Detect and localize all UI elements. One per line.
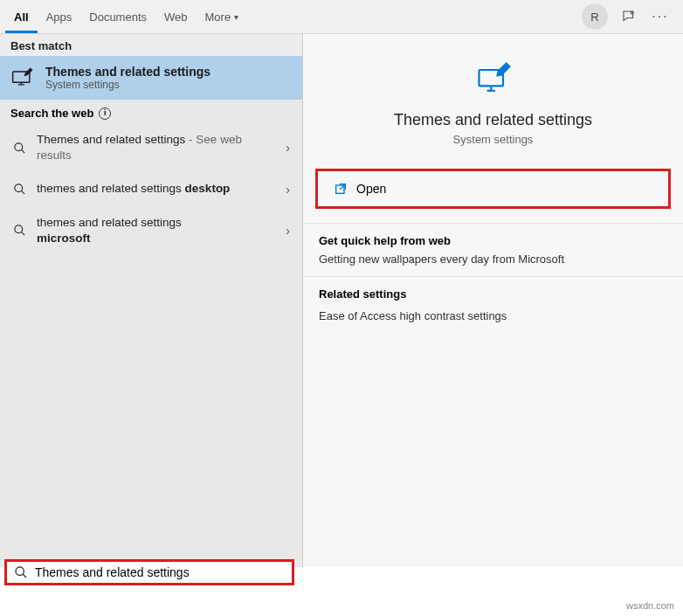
web-result-2[interactable]: themes and related settings microsoft ›	[0, 206, 302, 255]
tab-apps[interactable]: Apps	[38, 0, 81, 33]
best-match-title: Themes and related settings	[45, 65, 210, 79]
chevron-right-icon[interactable]: ›	[282, 183, 293, 197]
tabs-right: R ···	[582, 3, 678, 30]
svg-point-4	[14, 225, 22, 233]
svg-point-2	[14, 143, 22, 151]
watermark: wsxdn.com	[626, 600, 674, 611]
open-button[interactable]: Open	[315, 169, 671, 209]
preview-header: Themes and related settings System setti…	[303, 34, 683, 155]
tab-web[interactable]: Web	[155, 0, 197, 33]
quick-help-header: Get quick help from web	[319, 234, 667, 247]
results-pane: Best match Themes and related settings S…	[0, 34, 303, 567]
svg-point-3	[14, 184, 22, 192]
info-icon[interactable]: i	[99, 107, 111, 120]
best-match-text: Themes and related settings System setti…	[45, 65, 210, 91]
top-tabs: All Apps Documents Web More ▾ R ···	[0, 0, 683, 34]
search-icon	[14, 565, 28, 579]
themes-icon	[10, 66, 35, 90]
related-section: Related settings Ease of Access high con…	[303, 276, 683, 336]
related-link[interactable]: Ease of Access high contrast settings	[319, 306, 667, 326]
tab-more[interactable]: More ▾	[197, 0, 248, 33]
search-web-label: Search the web	[10, 107, 93, 120]
related-header: Related settings	[319, 287, 667, 301]
tab-more-label: More	[205, 10, 231, 24]
preview-pane: Themes and related settings System setti…	[303, 34, 683, 567]
tab-all[interactable]: All	[5, 0, 38, 33]
search-input[interactable]	[35, 565, 285, 579]
open-icon	[334, 182, 348, 196]
svg-point-7	[16, 567, 24, 575]
search-icon	[10, 224, 28, 237]
search-icon	[10, 142, 28, 155]
web-result-text: Themes and related settings - See web re…	[37, 132, 273, 163]
best-match-subtitle: System settings	[45, 79, 210, 91]
web-result-0[interactable]: Themes and related settings - See web re…	[0, 123, 302, 172]
preview-subtitle: System settings	[317, 133, 669, 146]
search-icon	[10, 183, 28, 196]
more-options-icon[interactable]: ···	[650, 6, 671, 27]
feedback-icon[interactable]	[618, 6, 639, 27]
preview-title: Themes and related settings	[317, 111, 669, 129]
best-match-item[interactable]: Themes and related settings System setti…	[0, 56, 302, 100]
chevron-right-icon[interactable]: ›	[282, 141, 293, 155]
chevron-down-icon: ▾	[234, 12, 238, 22]
chevron-right-icon[interactable]: ›	[282, 224, 293, 238]
web-result-text: themes and related settings desktop	[37, 181, 273, 197]
quick-help-body[interactable]: Getting new wallpapers every day from Mi…	[319, 253, 667, 266]
avatar[interactable]: R	[582, 3, 608, 30]
quick-help-section: Get quick help from web Getting new wall…	[303, 223, 683, 276]
themes-icon-large	[474, 60, 513, 99]
search-bar	[4, 559, 294, 585]
svg-point-0	[631, 11, 633, 14]
web-result-text: themes and related settings microsoft	[37, 215, 273, 246]
open-label: Open	[356, 182, 386, 196]
search-web-header: Search the web i	[0, 100, 302, 123]
tab-documents[interactable]: Documents	[80, 0, 155, 33]
best-match-header: Best match	[0, 34, 302, 56]
web-result-1[interactable]: themes and related settings desktop ›	[0, 172, 302, 205]
